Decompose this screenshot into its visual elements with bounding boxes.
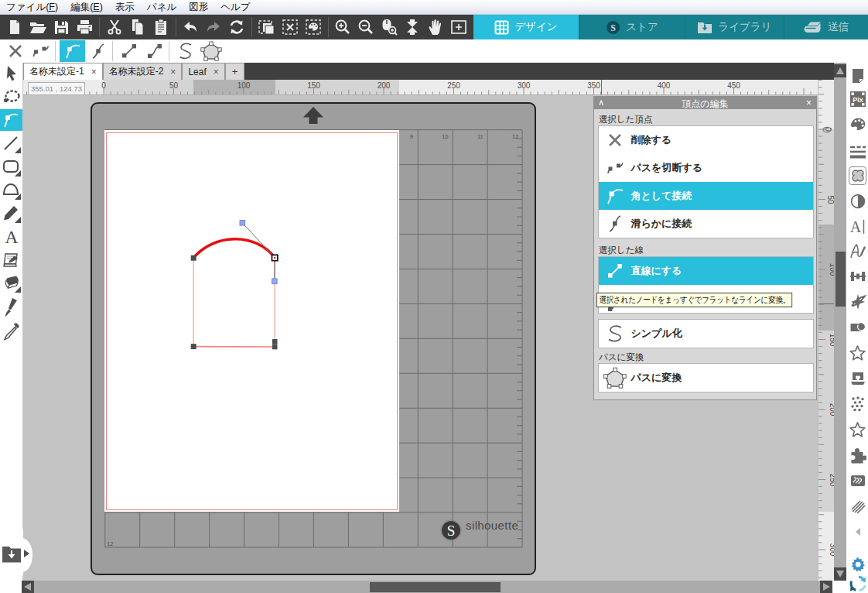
svg-text:S: S	[610, 22, 616, 33]
draw-tool-button[interactable]	[0, 203, 22, 225]
pixscan-button[interactable]: Pix	[849, 90, 866, 108]
make-line-button[interactable]	[116, 40, 142, 62]
knife-tool-button[interactable]	[0, 296, 22, 317]
save-button[interactable]	[50, 16, 73, 38]
fit-page-button[interactable]	[447, 16, 470, 38]
scroll-left-button[interactable]	[22, 581, 34, 593]
fill-color-button[interactable]	[849, 115, 866, 134]
tab-library[interactable]: ライブラリ	[685, 15, 784, 39]
drawer-folder-icon[interactable]	[2, 544, 22, 563]
panel-title-bar[interactable]: ∧ 頂点の編集 ×	[594, 97, 816, 109]
eyedropper-tool-button[interactable]	[0, 320, 22, 342]
panel-item-connect-smooth[interactable]: 滑らかに接続	[599, 210, 813, 238]
select-tool-button[interactable]	[0, 63, 22, 84]
tab-store[interactable]: S ストア	[579, 15, 685, 39]
menu-shape[interactable]: 図形	[183, 0, 214, 15]
break-path-button[interactable]	[28, 40, 53, 62]
make-curve-button[interactable]	[142, 40, 167, 62]
document-tab-1-close-icon[interactable]: ×	[91, 67, 97, 77]
rhinestones-button[interactable]	[849, 395, 866, 413]
lasso-select-tool-button[interactable]	[0, 86, 22, 108]
offset-internal-button[interactable]	[849, 420, 866, 439]
open-button[interactable]	[26, 16, 50, 38]
paste-style-button[interactable]	[302, 16, 325, 38]
panel-item-break-path[interactable]: パスを切断する	[599, 154, 813, 182]
menu-file[interactable]: ファイル(F)	[0, 0, 64, 15]
scroll-up-icon	[836, 67, 844, 74]
tab-send[interactable]: 送信	[784, 15, 868, 39]
menu-view[interactable]: 表示	[109, 0, 141, 15]
sync-icon	[849, 575, 866, 592]
document-tab-3-close-icon[interactable]: ×	[214, 67, 219, 77]
vertical-scroll-thumb[interactable]	[836, 252, 846, 307]
delete-selection-button[interactable]	[279, 16, 302, 38]
modify-button[interactable]	[849, 318, 866, 337]
document-tab-2-close-icon[interactable]: ×	[170, 67, 176, 77]
zoom-in-button[interactable]	[331, 16, 354, 38]
pan-button[interactable]	[424, 16, 447, 38]
panel-item-connect-corner[interactable]: 角として接続	[599, 182, 813, 210]
menu-edit[interactable]: 編集(E)	[64, 0, 109, 15]
scroll-right-button[interactable]	[820, 581, 832, 593]
new-document-button[interactable]	[3, 16, 26, 38]
panel-item-convert-to-path[interactable]: パスに変換	[599, 364, 813, 392]
scroll-down-button[interactable]	[834, 567, 846, 581]
zoom-out-button[interactable]	[354, 16, 378, 38]
undo-button[interactable]	[179, 16, 202, 38]
print-button[interactable]	[73, 16, 96, 38]
page-setup-button[interactable]	[849, 67, 866, 85]
horizontal-scrollbar[interactable]	[22, 581, 832, 593]
notes-tool-button[interactable]	[0, 249, 22, 271]
redo-button[interactable]	[202, 16, 225, 38]
line-style-button[interactable]	[849, 142, 866, 161]
document-tab-3[interactable]: Leaf ×	[182, 63, 224, 80]
tab-design[interactable]: デザイン	[473, 15, 579, 39]
copy-button[interactable]	[126, 16, 149, 38]
preferences-button[interactable]	[849, 555, 866, 574]
text-tool-button[interactable]: A	[0, 226, 22, 248]
transform-button[interactable]	[849, 267, 866, 286]
line-tool-button[interactable]	[0, 133, 22, 155]
paste-button[interactable]	[149, 16, 173, 38]
scroll-up-button[interactable]	[834, 64, 846, 77]
menu-help[interactable]: ヘルプ	[214, 0, 256, 15]
cut-button[interactable]	[103, 16, 126, 38]
convert-to-path-button[interactable]	[198, 40, 224, 62]
puzzle-button[interactable]	[849, 446, 866, 464]
fit-to-window-button[interactable]	[401, 16, 424, 38]
delete-node-button[interactable]	[2, 40, 28, 62]
text-style-button[interactable]: A	[849, 218, 866, 236]
stipple-button[interactable]	[849, 369, 866, 388]
edit-points-tool-button[interactable]	[0, 109, 22, 131]
erase-effect-button[interactable]	[849, 293, 866, 311]
trace-button[interactable]	[849, 192, 866, 211]
panel-item-make-line[interactable]: 直線にする	[599, 257, 813, 285]
arc-tool-button[interactable]	[0, 180, 22, 201]
offset-button[interactable]	[849, 344, 866, 362]
simplify-button[interactable]	[173, 40, 198, 62]
horizontal-scroll-thumb[interactable]	[370, 582, 501, 592]
vertical-scrollbar[interactable]	[834, 63, 846, 581]
sync-button[interactable]	[849, 574, 866, 593]
sketch-button[interactable]	[849, 497, 866, 516]
menu-panel[interactable]: パネル	[141, 0, 183, 15]
refresh-button[interactable]	[225, 16, 248, 38]
collapse-sidebar-button[interactable]	[849, 523, 866, 541]
duplicate-selection-button[interactable]	[255, 16, 279, 38]
library-drawer-flyout[interactable]	[0, 529, 36, 572]
new-document-tab-button[interactable]: +	[225, 63, 245, 80]
connect-smooth-button[interactable]	[85, 40, 111, 62]
drawer-expand-icon[interactable]	[24, 550, 29, 557]
character-button[interactable]	[849, 242, 866, 260]
rectangle-tool-button[interactable]	[0, 156, 22, 178]
weeding-button[interactable]	[849, 471, 866, 490]
panel-item-simplify[interactable]: シンプル化	[599, 320, 813, 348]
panel-close-icon[interactable]: ×	[806, 98, 812, 108]
panel-item-delete[interactable]: 削除する	[599, 126, 813, 154]
connect-as-corner-button[interactable]	[60, 40, 85, 62]
document-tab-1[interactable]: 名称未設定-1 ×	[23, 63, 103, 80]
zoom-selection-button[interactable]	[378, 16, 401, 38]
effects-button[interactable]	[849, 166, 866, 185]
document-tab-2[interactable]: 名称未設定-2 ×	[103, 63, 183, 80]
eraser-tool-button[interactable]	[0, 273, 22, 294]
